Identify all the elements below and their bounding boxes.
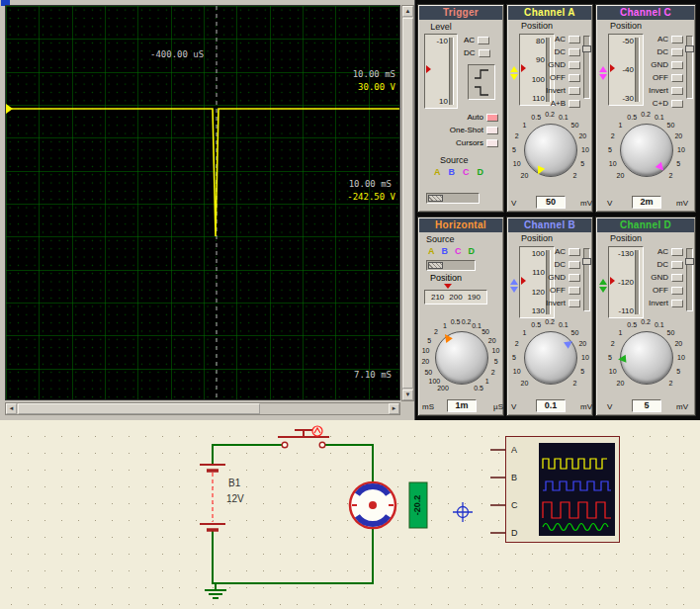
knob-scale-label: 0.2 <box>545 318 555 325</box>
channel-a-ac-button[interactable] <box>569 36 580 44</box>
channel-c-gnd-button[interactable] <box>671 61 683 69</box>
channel-a-trace-arrows-icon <box>510 66 518 80</box>
channel-b-off-button[interactable] <box>569 287 580 295</box>
screen-horizontal-scrollbar[interactable]: ◄ ► <box>5 402 400 415</box>
channel-d-fine-slider[interactable] <box>686 248 693 311</box>
screen-vertical-scrollbar[interactable]: ▲ ▼ <box>401 5 414 401</box>
channel-a-dc-button[interactable] <box>569 48 580 56</box>
channel-c-gnd-label: GND <box>651 60 668 69</box>
channel-b-dc-label: DC <box>554 260 566 269</box>
rising-edge-icon[interactable] <box>473 68 490 80</box>
channel-d-gain-value: 5 <box>632 399 661 412</box>
source-b-label: B <box>442 246 449 256</box>
knob-scale-label: 0.1 <box>655 113 664 120</box>
channel-c-fine-slider-thumb[interactable] <box>685 45 694 52</box>
oscilloscope-component[interactable]: A B C D <box>490 437 620 543</box>
vertical-scrollbar-thumb[interactable] <box>402 18 413 389</box>
trigger-dc-button[interactable] <box>479 49 490 57</box>
channel-d-gnd-button[interactable] <box>671 274 683 282</box>
level-pointer-icon <box>426 65 431 73</box>
horizontal-position-control[interactable]: 210 200 190 <box>424 290 487 304</box>
channel-a-gnd-button[interactable] <box>569 61 580 69</box>
button-actuator-marker[interactable] <box>312 426 322 436</box>
ground-symbol[interactable] <box>205 583 226 598</box>
knob-scale-label: 20 <box>674 340 682 347</box>
horizontal-source-slider-thumb[interactable] <box>428 262 443 269</box>
channel-b-ac-button[interactable] <box>569 248 580 256</box>
trigger-ac-button[interactable] <box>478 37 489 44</box>
trigger-source-slider-thumb[interactable] <box>428 195 443 202</box>
knob-scale-label: 0.5 <box>627 320 637 327</box>
scope-pins[interactable] <box>490 450 505 533</box>
channel-c-unit-left: V <box>607 199 612 208</box>
channel-c-fine-slider[interactable] <box>686 36 693 99</box>
channel-b-fine-slider-thumb[interactable] <box>582 258 591 265</box>
rpm-meter-component[interactable]: -20.2 <box>409 482 427 528</box>
channel-c-invert-button[interactable] <box>671 87 683 95</box>
channel-d-fine-slider-thumb[interactable] <box>685 258 694 265</box>
position-value: 90 <box>536 55 545 64</box>
scroll-down-icon[interactable]: ▼ <box>402 390 413 400</box>
channel-c-position-slider[interactable]: -50 -40 -30 <box>608 34 644 106</box>
channel-c-dc-button[interactable] <box>671 48 683 56</box>
position-value: -40 <box>622 65 634 74</box>
channel-c-position-label: Position <box>606 21 646 31</box>
channel-a-invert-button[interactable] <box>569 87 580 95</box>
position-track <box>635 38 640 102</box>
channel-c-off-button[interactable] <box>671 74 683 82</box>
source-c-label: C <box>463 167 470 177</box>
channel-a-position-label: Position <box>517 21 557 31</box>
channel-d-position-slider[interactable]: -130 -120 -110 <box>608 246 644 318</box>
trigger-level-slider[interactable]: -10 10 <box>424 34 458 109</box>
scroll-left-icon[interactable]: ◄ <box>6 403 17 414</box>
channel-a-fine-slider-thumb[interactable] <box>582 45 591 52</box>
channel-a-gain-knob[interactable] <box>524 124 577 177</box>
wire[interactable] <box>213 527 373 583</box>
wire[interactable] <box>213 445 282 464</box>
scope-pin-d-label: D <box>511 528 518 538</box>
channel-a-off-button[interactable] <box>569 74 580 82</box>
knob-scale-label: 10 <box>422 347 430 354</box>
battery-component[interactable]: B1 12V <box>200 465 244 530</box>
channel-c-dc-label: DC <box>656 47 668 56</box>
knob-scale-label: 20 <box>521 379 529 386</box>
channel-d-off-button[interactable] <box>671 287 683 295</box>
wires[interactable] <box>213 445 373 583</box>
scroll-up-icon[interactable]: ▲ <box>402 6 413 17</box>
scroll-right-icon[interactable]: ► <box>389 403 399 414</box>
channel-b-invert-button[interactable] <box>569 300 580 307</box>
knob-scale-label: 2 <box>515 132 519 139</box>
battery-ref-label[interactable]: B1 <box>228 478 241 488</box>
position-pointer-icon <box>521 277 526 285</box>
battery-value-label[interactable]: 12V <box>226 493 244 504</box>
wire[interactable] <box>325 445 373 483</box>
auto-button[interactable] <box>486 114 498 122</box>
channel-d-invert-button[interactable] <box>671 300 683 307</box>
horizontal-scrollbar-thumb[interactable] <box>18 403 260 414</box>
motor-component[interactable] <box>350 482 395 528</box>
marker1-time-readout: 10.00 mS <box>353 69 395 79</box>
falling-edge-icon[interactable] <box>473 85 490 97</box>
channel-a-ac-label: AC <box>555 35 566 44</box>
channel-b-fine-slider[interactable] <box>583 248 590 311</box>
channel-a-fine-slider[interactable] <box>583 36 590 99</box>
cursors-button[interactable] <box>486 139 498 147</box>
horizontal-source-slider[interactable] <box>426 260 476 271</box>
channel-d-dc-button[interactable] <box>671 261 683 269</box>
position-track <box>635 250 640 314</box>
channel-b-gnd-button[interactable] <box>569 274 580 282</box>
trigger-source-slider[interactable] <box>426 193 480 204</box>
knob-scale-label: 5 <box>676 159 680 166</box>
channel-c-gain-knob[interactable] <box>620 124 673 177</box>
one-shot-button[interactable] <box>486 127 498 134</box>
channel-d-gain-knob[interactable] <box>620 331 673 385</box>
cursor-time-readout: -400.00 uS <box>150 49 204 59</box>
channel-c-ac-button[interactable] <box>671 36 683 44</box>
position-value: 100 <box>532 249 545 258</box>
channel-b-dc-button[interactable] <box>569 261 580 269</box>
channel-a-panel: Channel A Position 80 90 100 110 AC DC G… <box>506 4 593 213</box>
channel-d-ac-button[interactable] <box>671 248 683 256</box>
knob-scale-label: 0.5 <box>627 113 637 120</box>
scope-pin-a-label: A <box>511 445 517 455</box>
trigger-edge-selector[interactable] <box>468 64 495 100</box>
